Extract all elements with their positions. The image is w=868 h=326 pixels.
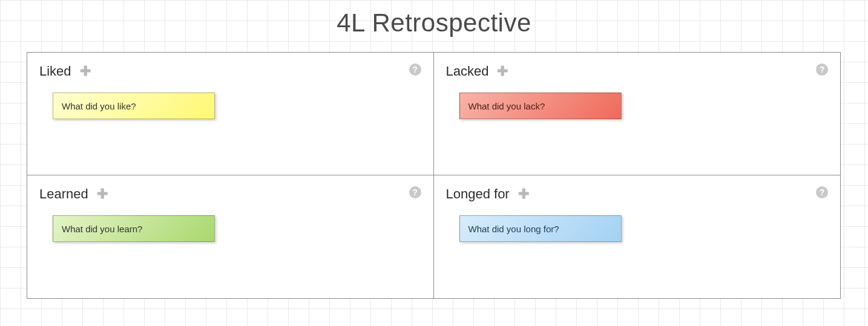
quadrant-longed-for[interactable]: Longed for ✚ ? What did you long for?	[434, 175, 841, 298]
sticky-note-text: What did you long for?	[469, 224, 559, 234]
help-icon[interactable]: ?	[816, 186, 828, 198]
quadrant-liked[interactable]: Liked ✚ ? What did you like?	[27, 53, 434, 175]
sticky-note-text: What did you learn?	[62, 224, 142, 234]
sticky-note-text: What did you like?	[62, 101, 136, 111]
quadrant-longed-for-title: Longed for	[446, 186, 510, 202]
quadrant-lacked-header: Lacked ✚	[446, 64, 829, 79]
quadrant-learned-title: Learned	[39, 186, 88, 202]
sticky-note-longed-for[interactable]: What did you long for?	[459, 215, 622, 242]
help-icon[interactable]: ?	[409, 186, 421, 198]
help-icon[interactable]: ?	[816, 64, 828, 76]
quadrant-longed-for-header: Longed for ✚	[446, 186, 829, 202]
plus-icon[interactable]: ✚	[80, 65, 91, 78]
plus-icon[interactable]: ✚	[497, 65, 508, 78]
quadrant-learned-header: Learned ✚	[39, 186, 421, 202]
plus-icon[interactable]: ✚	[97, 187, 108, 201]
help-icon[interactable]: ?	[409, 64, 421, 76]
quadrant-learned[interactable]: Learned ✚ ? What did you learn?	[27, 175, 434, 298]
sticky-note-learned[interactable]: What did you learn?	[53, 215, 215, 242]
sticky-note-lacked[interactable]: What did you lack?	[459, 93, 622, 119]
board-title: 4L Retrospective	[0, 0, 868, 46]
retro-board: Liked ✚ ? What did you like? Lacked ✚ ? …	[27, 52, 841, 299]
canvas[interactable]: 4L Retrospective Liked ✚ ? What did you …	[0, 0, 868, 326]
quadrant-lacked[interactable]: Lacked ✚ ? What did you lack?	[434, 53, 841, 175]
quadrant-liked-title: Liked	[39, 64, 71, 79]
plus-icon[interactable]: ✚	[518, 187, 529, 201]
sticky-note-text: What did you lack?	[469, 101, 545, 111]
quadrant-liked-header: Liked ✚	[39, 64, 421, 79]
quadrant-lacked-title: Lacked	[446, 64, 489, 79]
sticky-note-liked[interactable]: What did you like?	[53, 93, 215, 119]
